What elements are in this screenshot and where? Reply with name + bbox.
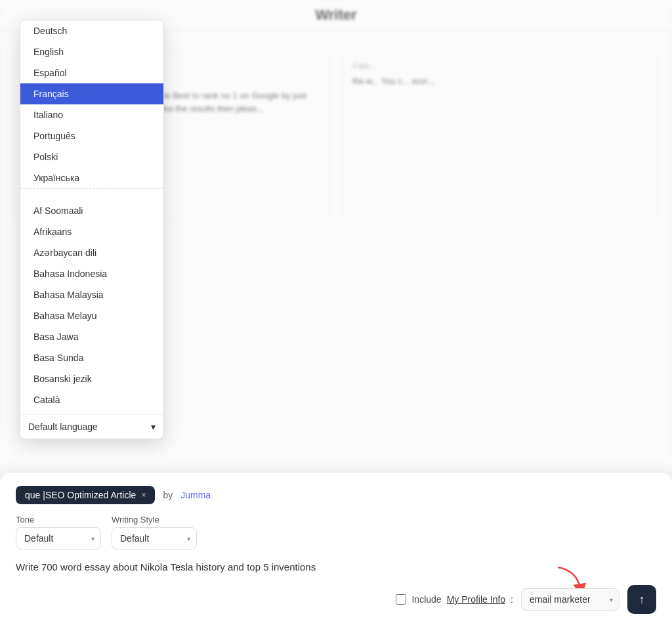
lang-item-polski[interactable]: Polski [20, 146, 163, 167]
panel-top-row: que |SEO Optimized Article × by Jumma [16, 486, 656, 504]
app-title: Writer [315, 7, 356, 24]
by-label: by [163, 490, 173, 500]
include-label: Include [411, 594, 441, 605]
profile-select-wrapper: email marketer ▾ [521, 588, 620, 611]
prompt-tag-text: que |SEO Optimized Article [25, 490, 136, 500]
card2-tag: Copy... [352, 62, 648, 70]
lang-item-ukrainian[interactable]: Українська [20, 167, 163, 188]
lang-separator: --------------------- [20, 188, 163, 200]
lang-item-deutsch[interactable]: Deutsch [20, 20, 163, 41]
lang-item-bahasa-indonesia[interactable]: Bahasa Indonesia [20, 263, 163, 284]
tone-group: Tone Default ▾ [16, 515, 101, 550]
lang-item-catala[interactable]: Català [20, 389, 163, 410]
lang-item-english[interactable]: English [20, 41, 163, 62]
close-button[interactable]: × [141, 490, 146, 500]
card2-text: Re-w... You c... scor... [352, 75, 648, 88]
language-dropdown[interactable]: Deutsch English Español Français Italian… [20, 20, 164, 439]
lang-item-af-soomaali[interactable]: Af Soomaali [20, 200, 163, 221]
prompt-tag[interactable]: que |SEO Optimized Article × [16, 486, 155, 504]
author-link[interactable]: Jumma [180, 490, 211, 500]
lang-item-basa-jawa[interactable]: Basa Jawa [20, 326, 163, 347]
submit-icon: ↑ [639, 593, 645, 607]
language-list[interactable]: Deutsch English Español Français Italian… [20, 20, 163, 414]
lang-item-basa-sunda[interactable]: Basa Sunda [20, 347, 163, 368]
include-row: Include My Profile Info : [396, 594, 513, 605]
lang-item-bosanski[interactable]: Bosanski jezik [20, 368, 163, 389]
colon: : [511, 594, 513, 605]
lang-item-azerbaycan[interactable]: Azərbaycan dili [20, 242, 163, 263]
lang-item-bahasa-malaysia[interactable]: Bahasa Malaysia [20, 284, 163, 305]
writing-style-select[interactable]: Default [112, 527, 197, 550]
my-profile-info-link[interactable]: My Profile Info [447, 594, 505, 605]
tone-label: Tone [16, 515, 101, 525]
lang-item-francais[interactable]: Français [20, 83, 163, 104]
default-lang-chevron: ▾ [151, 422, 156, 432]
bg-card-2: Copy... Re-w... You c... scor... [341, 51, 659, 221]
lang-item-bahasa-melayu[interactable]: Bahasa Melayu [20, 305, 163, 326]
writing-style-dropdown-wrapper: Default ▾ [112, 527, 197, 550]
lang-item-afrikaans[interactable]: Afrikaans [20, 221, 163, 242]
lang-item-espanol[interactable]: Español [20, 62, 163, 83]
writing-style-group: Writing Style Default ▾ [112, 515, 197, 550]
lang-item-portugues[interactable]: Português [20, 125, 163, 146]
tone-dropdown-wrapper: Default ▾ [16, 527, 101, 550]
tone-select[interactable]: Default [16, 527, 101, 550]
writing-style-label: Writing Style [112, 515, 197, 525]
include-checkbox[interactable] [396, 594, 406, 605]
dropdowns-row: Tone Default ▾ Writing Style Default ▾ [16, 515, 656, 550]
default-lang-label: Default language [28, 422, 98, 432]
default-language-button[interactable]: Default language ▾ [20, 414, 163, 439]
bottom-actions: Include My Profile Info : email marketer… [16, 585, 656, 614]
profile-select[interactable]: email marketer [521, 588, 620, 611]
bottom-panel: que |SEO Optimized Article × by Jumma To… [0, 472, 672, 628]
lang-item-italiano[interactable]: Italiano [20, 104, 163, 125]
submit-button[interactable]: ↑ [627, 585, 656, 614]
